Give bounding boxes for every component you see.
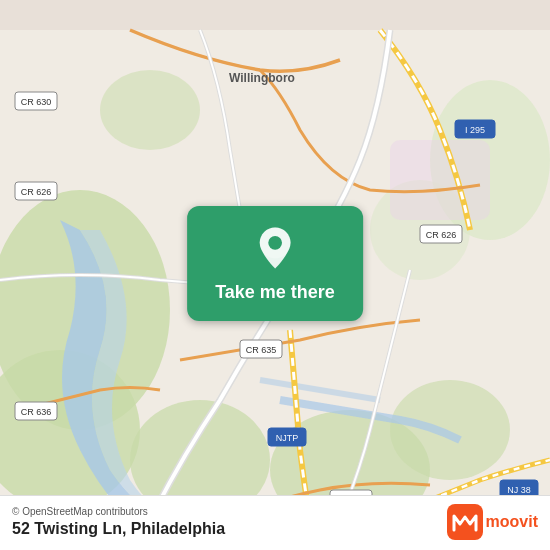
svg-text:CR 635: CR 635	[246, 345, 277, 355]
osm-attribution: © OpenStreetMap contributors	[12, 506, 225, 517]
bottom-left: © OpenStreetMap contributors 52 Twisting…	[12, 506, 225, 538]
svg-text:CR 630: CR 630	[21, 97, 52, 107]
svg-text:CR 626: CR 626	[426, 230, 457, 240]
moovit-icon	[447, 504, 483, 540]
svg-point-30	[268, 236, 282, 250]
svg-point-9	[100, 70, 200, 150]
moovit-logo: moovit	[447, 504, 538, 540]
bottom-bar: © OpenStreetMap contributors 52 Twisting…	[0, 495, 550, 550]
map-container: CR 630 CR 626 CR 626 I 295 CR 635 NJTP N…	[0, 0, 550, 550]
svg-text:NJ 38: NJ 38	[507, 485, 531, 495]
location-label: 52 Twisting Ln, Philadelphia	[12, 520, 225, 538]
svg-rect-6	[390, 140, 490, 220]
svg-text:Willingboro: Willingboro	[229, 71, 295, 85]
location-pin-icon	[251, 224, 299, 272]
svg-text:CR 626: CR 626	[21, 187, 52, 197]
svg-point-8	[390, 380, 510, 480]
take-me-there-label: Take me there	[215, 282, 335, 303]
svg-rect-31	[447, 504, 483, 540]
svg-text:I 295: I 295	[465, 125, 485, 135]
take-me-there-button[interactable]: Take me there	[187, 206, 363, 321]
svg-text:NJTP: NJTP	[276, 433, 299, 443]
moovit-text: moovit	[486, 513, 538, 531]
svg-text:CR 636: CR 636	[21, 407, 52, 417]
